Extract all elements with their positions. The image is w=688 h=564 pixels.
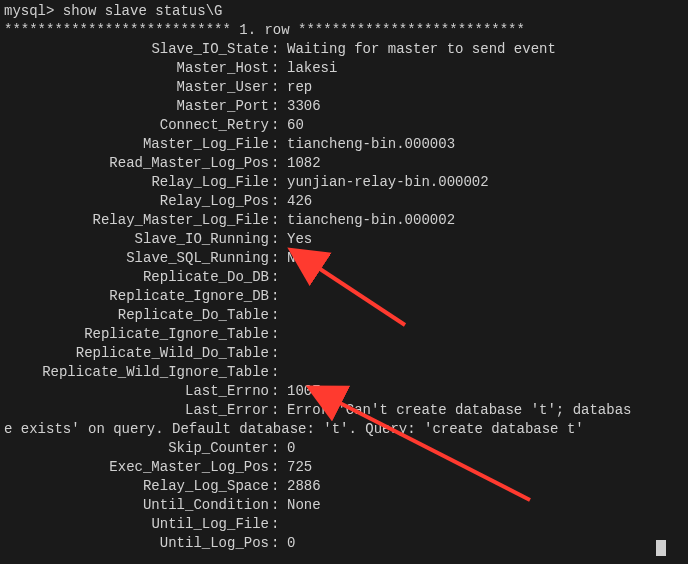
field-value: 0 [287, 439, 684, 458]
colon: : [269, 97, 287, 116]
field-slave-io-running: Slave_IO_Running : Yes [4, 230, 684, 249]
field-replicate-wild-ignore-table: Replicate_Wild_Ignore_Table : [4, 363, 684, 382]
field-label: Connect_Retry [4, 116, 269, 135]
colon: : [269, 439, 287, 458]
colon: : [269, 173, 287, 192]
field-label: Slave_SQL_Running [4, 249, 269, 268]
field-label: Replicate_Wild_Ignore_Table [4, 363, 269, 382]
colon: : [269, 344, 287, 363]
field-last-error: Last_Error : Error 'Can't create databas… [4, 401, 684, 420]
field-relay-master-log-file: Relay_Master_Log_File : tiancheng-bin.00… [4, 211, 684, 230]
field-value: Yes [287, 230, 684, 249]
field-replicate-do-db: Replicate_Do_DB : [4, 268, 684, 287]
colon: : [269, 192, 287, 211]
field-replicate-ignore-table: Replicate_Ignore_Table : [4, 325, 684, 344]
field-relay-log-file: Relay_Log_File : yunjian-relay-bin.00000… [4, 173, 684, 192]
field-label: Replicate_Wild_Do_Table [4, 344, 269, 363]
field-last-errno: Last_Errno : 1007 [4, 382, 684, 401]
field-value: 0 [287, 534, 684, 553]
field-value: tiancheng-bin.000003 [287, 135, 684, 154]
colon: : [269, 59, 287, 78]
field-value [287, 515, 684, 534]
field-slave-io-state: Slave_IO_State : Waiting for master to s… [4, 40, 684, 59]
field-value [287, 363, 684, 382]
field-label: Until_Log_Pos [4, 534, 269, 553]
colon: : [269, 40, 287, 59]
field-value: 2886 [287, 477, 684, 496]
field-value: No [287, 249, 684, 268]
colon: : [269, 477, 287, 496]
prompt-text: mysql> show slave status\G [4, 2, 222, 21]
field-value: None [287, 496, 684, 515]
field-master-user: Master_User : rep [4, 78, 684, 97]
field-replicate-ignore-db: Replicate_Ignore_DB : [4, 287, 684, 306]
colon: : [269, 135, 287, 154]
field-replicate-wild-do-table: Replicate_Wild_Do_Table : [4, 344, 684, 363]
colon: : [269, 382, 287, 401]
field-master-log-file: Master_Log_File : tiancheng-bin.000003 [4, 135, 684, 154]
colon: : [269, 154, 287, 173]
field-label: Exec_Master_Log_Pos [4, 458, 269, 477]
colon: : [269, 211, 287, 230]
colon: : [269, 515, 287, 534]
field-label: Master_Port [4, 97, 269, 116]
field-label: Master_Log_File [4, 135, 269, 154]
colon: : [269, 401, 287, 420]
field-value [287, 325, 684, 344]
field-relay-log-pos: Relay_Log_Pos : 426 [4, 192, 684, 211]
field-value: 3306 [287, 97, 684, 116]
field-replicate-do-table: Replicate_Do_Table : [4, 306, 684, 325]
colon: : [269, 306, 287, 325]
field-value: Error 'Can't create database 't'; databa… [287, 401, 684, 420]
field-label: Until_Log_File [4, 515, 269, 534]
field-value [287, 268, 684, 287]
field-label: Slave_IO_Running [4, 230, 269, 249]
field-master-port: Master_Port : 3306 [4, 97, 684, 116]
field-value: 426 [287, 192, 684, 211]
field-until-log-file: Until_Log_File : [4, 515, 684, 534]
field-label: Master_User [4, 78, 269, 97]
field-label: Replicate_Do_Table [4, 306, 269, 325]
colon: : [269, 287, 287, 306]
field-label: Relay_Log_File [4, 173, 269, 192]
field-read-master-log-pos: Read_Master_Log_Pos : 1082 [4, 154, 684, 173]
field-exec-master-log-pos: Exec_Master_Log_Pos : 725 [4, 458, 684, 477]
field-skip-counter: Skip_Counter : 0 [4, 439, 684, 458]
colon: : [269, 458, 287, 477]
field-label: Master_Host [4, 59, 269, 78]
field-label: Slave_IO_State [4, 40, 269, 59]
field-label: Relay_Master_Log_File [4, 211, 269, 230]
row-header: *************************** 1. row *****… [4, 21, 684, 40]
field-value: 1082 [287, 154, 684, 173]
field-until-log-pos: Until_Log_Pos : 0 [4, 534, 684, 553]
field-label: Until_Condition [4, 496, 269, 515]
colon: : [269, 230, 287, 249]
field-value: 60 [287, 116, 684, 135]
field-label: Replicate_Ignore_Table [4, 325, 269, 344]
field-label: Relay_Log_Pos [4, 192, 269, 211]
colon: : [269, 249, 287, 268]
colon: : [269, 116, 287, 135]
field-value [287, 306, 684, 325]
field-label: Last_Error [4, 401, 269, 420]
field-slave-sql-running: Slave_SQL_Running : No [4, 249, 684, 268]
field-until-condition: Until_Condition : None [4, 496, 684, 515]
mysql-prompt[interactable]: mysql> show slave status\G [4, 2, 684, 21]
field-value: 1007 [287, 382, 684, 401]
colon: : [269, 268, 287, 287]
field-value: 725 [287, 458, 684, 477]
last-error-wrapped: e exists' on query. Default database: 't… [4, 420, 684, 439]
colon: : [269, 325, 287, 344]
field-value: Waiting for master to send event [287, 40, 684, 59]
field-relay-log-space: Relay_Log_Space : 2886 [4, 477, 684, 496]
field-label: Replicate_Ignore_DB [4, 287, 269, 306]
field-value: tiancheng-bin.000002 [287, 211, 684, 230]
field-connect-retry: Connect_Retry : 60 [4, 116, 684, 135]
field-label: Relay_Log_Space [4, 477, 269, 496]
colon: : [269, 496, 287, 515]
field-label: Last_Errno [4, 382, 269, 401]
field-label: Skip_Counter [4, 439, 269, 458]
colon: : [269, 78, 287, 97]
field-label: Replicate_Do_DB [4, 268, 269, 287]
field-label: Read_Master_Log_Pos [4, 154, 269, 173]
